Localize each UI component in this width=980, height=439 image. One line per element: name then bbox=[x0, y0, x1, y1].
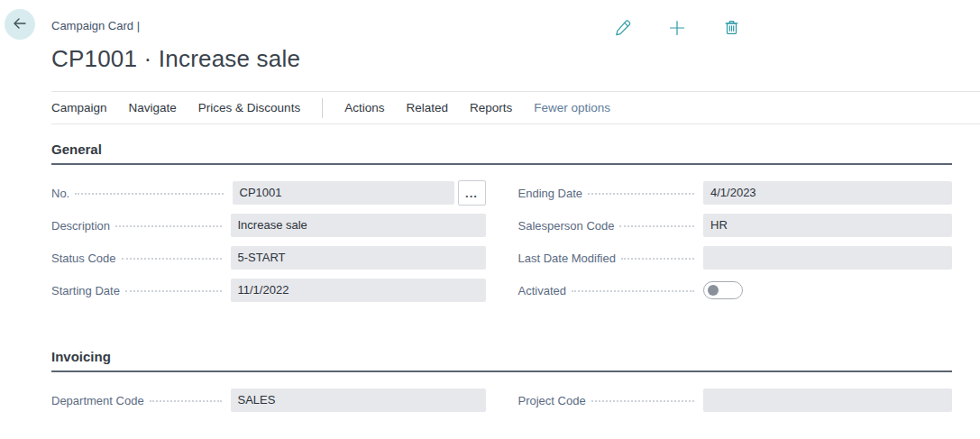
dotted-leader bbox=[75, 193, 223, 195]
field-starting-date: Starting Date 11/1/2022 bbox=[51, 279, 486, 302]
field-label: Activated bbox=[518, 284, 572, 297]
back-arrow-icon bbox=[12, 15, 28, 34]
pencil-icon bbox=[614, 19, 632, 40]
menu-item-navigate[interactable]: Navigate bbox=[118, 92, 188, 123]
page-header: Campaign Card | CP1001 · Increase sale bbox=[0, 0, 980, 91]
menu-item-prices-discounts[interactable]: Prices & Discounts bbox=[188, 92, 311, 123]
status-code-field[interactable]: 5-START bbox=[231, 246, 486, 270]
field-label: Last Date Modified bbox=[518, 252, 621, 265]
activated-toggle[interactable] bbox=[703, 281, 743, 299]
section-general: General No. CP1001 ... Description Incre… bbox=[51, 142, 952, 302]
starting-date-field[interactable]: 11/1/2022 bbox=[231, 279, 486, 302]
menu-divider bbox=[322, 98, 323, 118]
department-code-field[interactable]: SALES bbox=[231, 389, 486, 412]
dotted-leader bbox=[115, 225, 221, 227]
field-description: Description Increase sale bbox=[51, 214, 486, 237]
toggle-slot bbox=[703, 281, 952, 299]
field-department-code: Department Code SALES bbox=[51, 389, 486, 412]
assist-edit-button[interactable]: ... bbox=[458, 180, 486, 206]
field-label: Salesperson Code bbox=[518, 219, 620, 233]
dotted-leader bbox=[621, 258, 694, 260]
card-content: General No. CP1001 ... Description Incre… bbox=[51, 142, 952, 412]
field-activated: Activated bbox=[518, 279, 953, 302]
field-label: Department Code bbox=[51, 394, 150, 407]
invoicing-right-column: Project Code bbox=[518, 389, 953, 412]
dotted-leader bbox=[588, 193, 694, 195]
description-field[interactable]: Increase sale bbox=[231, 214, 486, 237]
menu-item-campaign[interactable]: Campaign bbox=[51, 92, 118, 123]
no-field[interactable]: CP1001 bbox=[233, 181, 454, 205]
field-label: Description bbox=[51, 219, 115, 233]
last-date-modified-field[interactable] bbox=[703, 246, 952, 270]
toggle-knob bbox=[708, 285, 719, 296]
field-project-code: Project Code bbox=[518, 389, 953, 412]
field-last-date-modified: Last Date Modified bbox=[518, 246, 953, 270]
dotted-leader bbox=[619, 225, 694, 227]
salesperson-code-field[interactable]: HR bbox=[703, 214, 952, 237]
field-label: Ending Date bbox=[518, 187, 589, 200]
dotted-leader bbox=[572, 290, 694, 292]
delete-button[interactable] bbox=[715, 14, 747, 44]
general-left-column: No. CP1001 ... Description Increase sale… bbox=[51, 181, 486, 302]
dotted-leader bbox=[125, 290, 222, 292]
trash-icon bbox=[723, 19, 740, 39]
menu-item-reports[interactable]: Reports bbox=[459, 92, 523, 123]
page-title: CP1001 · Increase sale bbox=[51, 45, 300, 73]
field-ending-date: Ending Date 4/1/2023 bbox=[518, 181, 953, 205]
section-title-invoicing[interactable]: Invoicing bbox=[51, 349, 952, 372]
field-label: Project Code bbox=[518, 394, 591, 407]
breadcrumb[interactable]: Campaign Card | bbox=[51, 19, 140, 32]
dotted-leader bbox=[150, 400, 222, 402]
action-menu-bar: Campaign Navigate Prices & Discounts Act… bbox=[51, 91, 980, 124]
edit-button[interactable] bbox=[607, 14, 639, 44]
field-no: No. CP1001 ... bbox=[51, 181, 486, 205]
ending-date-field[interactable]: 4/1/2023 bbox=[703, 181, 952, 205]
general-right-column: Ending Date 4/1/2023 Salesperson Code HR… bbox=[518, 181, 953, 302]
project-code-field[interactable] bbox=[703, 389, 952, 412]
invoicing-left-column: Department Code SALES bbox=[51, 389, 486, 412]
dotted-leader bbox=[122, 258, 222, 260]
field-status-code: Status Code 5-START bbox=[51, 246, 486, 270]
field-label: Starting Date bbox=[51, 284, 125, 297]
menu-item-related[interactable]: Related bbox=[395, 92, 459, 123]
back-button[interactable] bbox=[5, 9, 35, 40]
section-invoicing: Invoicing Department Code SALES Project … bbox=[51, 349, 952, 412]
plus-icon bbox=[668, 19, 686, 40]
header-action-bar bbox=[607, 14, 747, 44]
field-salesperson-code: Salesperson Code HR bbox=[518, 214, 953, 237]
field-label: No. bbox=[51, 187, 75, 200]
section-title-general[interactable]: General bbox=[51, 142, 952, 165]
dotted-leader bbox=[591, 400, 694, 402]
new-button[interactable] bbox=[661, 14, 693, 44]
menu-item-fewer-options[interactable]: Fewer options bbox=[523, 92, 621, 123]
menu-item-actions[interactable]: Actions bbox=[334, 92, 395, 123]
field-label: Status Code bbox=[51, 252, 122, 265]
